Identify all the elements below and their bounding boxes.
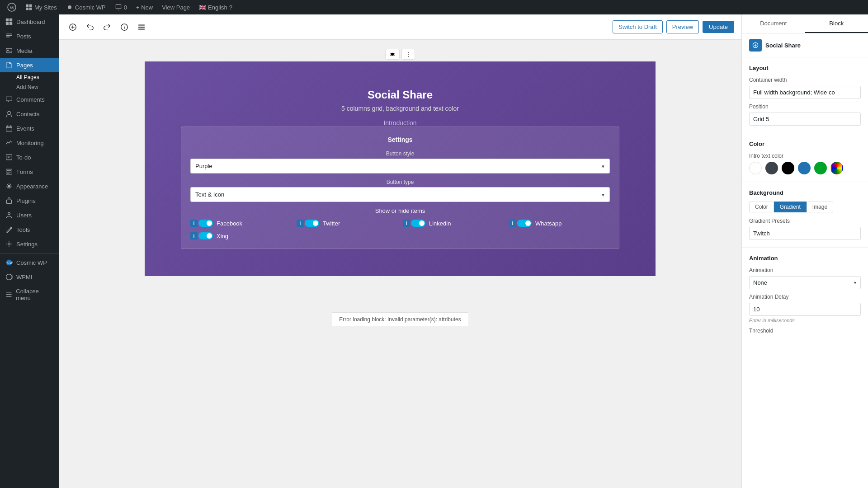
sidebar-collapse-menu[interactable]: Collapse menu <box>0 284 59 305</box>
sidebar-item-forms[interactable]: Forms <box>0 164 59 179</box>
show-hide-label: Show or hide items <box>190 207 610 214</box>
admin-bar: W My Sites Cosmic WP 0 + New View Page 🇬… <box>0 0 868 14</box>
toggle-item-xing: i Xing <box>190 232 291 239</box>
svg-rect-8 <box>6 19 9 21</box>
sidebar-item-monitoring[interactable]: Monitoring <box>0 136 59 150</box>
sidebar-item-comments[interactable]: Comments <box>0 92 59 107</box>
animation-delay-row: Animation Delay Enter in milliseconds <box>749 294 861 323</box>
sidebar-item-contacts[interactable]: Contacts <box>0 107 59 121</box>
block-type-button[interactable] <box>385 49 400 60</box>
sidebar-item-cosmic-wp[interactable]: CW Cosmic WP <box>0 255 59 270</box>
toggle-i-icon-5: i <box>190 232 198 239</box>
comments-menu[interactable]: 0 <box>111 0 131 14</box>
bg-tab-image[interactable]: Image <box>807 202 833 212</box>
preview-button[interactable]: Preview <box>666 20 699 33</box>
layout-section: Layout Container width Position <box>742 57 868 133</box>
add-block-button[interactable] <box>66 20 80 34</box>
toggle-item-twitter: i Twitter <box>297 220 397 227</box>
sidebar-pages-label: Pages <box>16 62 33 69</box>
container-width-input[interactable] <box>749 86 861 99</box>
comments-count: 0 <box>124 4 127 11</box>
sidebar-item-pages[interactable]: Pages <box>0 58 59 72</box>
toggle-item-facebook: i Facebook <box>190 220 291 227</box>
undo-button[interactable] <box>83 20 97 34</box>
button-style-label: Button style <box>190 150 610 157</box>
sidebar-item-plugins[interactable]: Plugins <box>0 193 59 208</box>
button-type-select[interactable]: Text & Icon <box>190 187 610 202</box>
sidebar-media-label: Media <box>16 47 32 54</box>
block-intro: Introduction <box>163 119 637 127</box>
toggle-xing[interactable]: i <box>190 232 213 239</box>
sidebar-item-wpml[interactable]: WPML <box>0 270 59 284</box>
wp-logo[interactable]: W <box>4 0 20 14</box>
position-input[interactable] <box>749 113 861 126</box>
toggle-linkedin[interactable]: i <box>403 220 425 227</box>
toggle-whatsapp[interactable]: i <box>509 220 532 227</box>
color-swatch-multicolor[interactable] <box>830 162 843 174</box>
new-menu[interactable]: + New <box>132 0 156 14</box>
color-swatch-dark-gray[interactable] <box>765 162 778 174</box>
svg-rect-14 <box>6 37 10 38</box>
sidebar-forms-label: Forms <box>16 169 33 175</box>
flag-icon: 🇬🇧 <box>199 4 206 11</box>
sidebar-item-events[interactable]: Events <box>0 121 59 136</box>
color-swatch-white[interactable] <box>749 162 762 174</box>
facebook-label: Facebook <box>217 220 242 227</box>
block-options-button[interactable]: ⋮ <box>401 49 415 60</box>
sidebar-item-settings[interactable]: Settings <box>0 237 59 251</box>
svg-rect-34 <box>138 24 145 25</box>
editor-toolbar: Switch to Draft Preview Update <box>59 14 741 40</box>
background-section: Background Color Gradient Image Gradient… <box>742 182 868 248</box>
sidebar-item-appearance[interactable]: Appearance <box>0 179 59 193</box>
bg-tab-gradient[interactable]: Gradient <box>774 202 807 212</box>
toggle-twitter[interactable]: i <box>297 220 319 227</box>
sidebar-posts-label: Posts <box>16 33 31 40</box>
language-menu[interactable]: 🇬🇧 English ? <box>195 0 236 14</box>
svg-rect-11 <box>9 22 12 25</box>
list-view-button[interactable] <box>135 20 148 34</box>
toggle-items-grid: i Facebook i Twi <box>190 220 610 227</box>
my-sites-menu[interactable]: My Sites <box>22 0 61 14</box>
sidebar-item-media[interactable]: Media <box>0 43 59 58</box>
new-label: + New <box>136 4 153 11</box>
sidebar-item-tools[interactable]: Tools <box>0 222 59 237</box>
switch-to-draft-button[interactable]: Switch to Draft <box>613 20 663 33</box>
view-page-link[interactable]: View Page <box>158 0 193 14</box>
sidebar-wpml-label: WPML <box>16 274 34 281</box>
color-swatch-green[interactable] <box>814 162 827 174</box>
settings-panel: Settings Button style Purple Button type <box>181 127 619 249</box>
toggle-facebook[interactable]: i <box>190 220 213 227</box>
error-bar: Error loading block: Invalid parameter(s… <box>332 312 468 326</box>
svg-rect-29 <box>6 292 12 293</box>
cosmic-wp-label: Cosmic WP <box>75 4 106 11</box>
sidebar-plugins-label: Plugins <box>16 197 36 204</box>
tab-block[interactable]: Block <box>805 14 868 33</box>
svg-rect-2 <box>26 5 29 7</box>
tab-document[interactable]: Document <box>742 14 805 33</box>
color-swatch-blue[interactable] <box>798 162 811 174</box>
sidebar-sub-add-new[interactable]: Add New <box>0 82 59 92</box>
animation-delay-input[interactable] <box>749 303 861 316</box>
sidebar-item-todo[interactable]: To-do <box>0 150 59 164</box>
sidebar-item-dashboard[interactable]: Dashboard <box>0 14 59 29</box>
all-pages-label: All Pages <box>16 74 39 80</box>
update-button[interactable]: Update <box>703 21 734 33</box>
sidebar-sub-all-pages[interactable]: All Pages <box>0 72 59 82</box>
button-style-select[interactable]: Purple <box>190 159 610 174</box>
sidebar-item-posts[interactable]: Posts <box>0 29 59 43</box>
sidebar-item-users[interactable]: Users <box>0 208 59 222</box>
block-heading: Social Share <box>163 89 637 101</box>
cosmic-wp-menu[interactable]: Cosmic WP <box>62 0 109 14</box>
sidebar: Dashboard Posts Media Pages All Pages Ad… <box>0 14 59 488</box>
animation-select[interactable]: None <box>749 276 861 289</box>
view-page-label: View Page <box>162 4 190 11</box>
bg-tab-color[interactable]: Color <box>749 202 774 212</box>
color-swatch-black[interactable] <box>782 162 794 174</box>
content-block: ⋮ Social Share 5 columns grid, backgroun… <box>145 49 656 312</box>
redo-button[interactable] <box>100 20 114 34</box>
svg-point-17 <box>8 111 10 114</box>
threshold-label: Threshold <box>749 328 861 334</box>
toggle-item-linkedin: i Linkedin <box>403 220 504 227</box>
info-button[interactable] <box>118 20 131 34</box>
gradient-presets-input[interactable] <box>749 227 861 240</box>
